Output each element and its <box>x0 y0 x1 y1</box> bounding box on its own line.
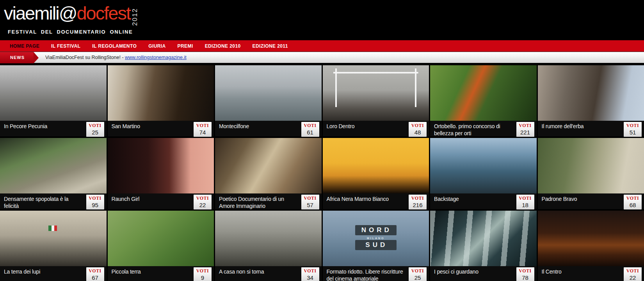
voti-label: VOTI <box>624 123 642 129</box>
card-thumbnail[interactable] <box>430 65 537 121</box>
card-caption: Piccola terra VOTI 9 <box>108 266 214 281</box>
video-card[interactable]: Densamente spopolata è la felicità VOTI … <box>0 138 107 209</box>
nav-item-edizione-2011[interactable]: EDIZIONE 2011 <box>247 43 294 49</box>
card-caption: La terra dei lupi VOTI 67 <box>0 266 107 281</box>
card-caption: Il rumore dell'erba VOTI 51 <box>538 121 644 136</box>
card-title[interactable]: La terra dei lupi <box>4 268 40 275</box>
card-title[interactable]: Densamente spopolata è la felicità <box>4 196 68 209</box>
card-caption: I pesci ci guardano VOTI 78 <box>430 266 537 281</box>
logo-text-white: viaemili@ <box>4 3 76 23</box>
voti-label: VOTI <box>624 195 642 201</box>
video-card[interactable]: A casa non si torna VOTI 34 <box>215 211 322 281</box>
card-caption: A casa non si torna VOTI 34 <box>215 266 322 281</box>
voti-count: 216 <box>409 202 427 208</box>
card-thumbnail[interactable]: NORDMILANOSUD <box>323 211 429 266</box>
nav-item-il-festival[interactable]: IL FESTIVAL <box>45 43 86 49</box>
voti-label: VOTI <box>194 195 212 201</box>
card-thumbnail[interactable] <box>215 211 322 266</box>
video-card[interactable]: Il rumore dell'erba VOTI 51 <box>538 65 644 136</box>
card-thumbnail[interactable] <box>430 138 537 193</box>
nav-item-giuria[interactable]: GIURIA <box>142 43 171 49</box>
voti-badge: VOTI 34 <box>301 267 319 281</box>
card-title[interactable]: Piccola terra <box>112 268 141 275</box>
video-grid: In Pecore Pecunia VOTI 25 San Martino VO… <box>0 65 644 281</box>
card-title[interactable]: Padrone Bravo <box>542 196 577 202</box>
logo-text-red: docfest <box>76 3 130 23</box>
card-title[interactable]: Il Centro <box>542 268 562 275</box>
card-title[interactable]: A casa non si torna <box>219 268 264 275</box>
voti-count: 9 <box>194 274 212 281</box>
card-thumbnail[interactable] <box>538 211 644 266</box>
voti-count: 25 <box>409 274 427 281</box>
video-card[interactable]: Loro Dentro VOTI 48 <box>323 65 429 136</box>
voti-count: 18 <box>516 202 534 208</box>
video-card[interactable]: Backstage VOTI 18 <box>430 138 537 209</box>
nav-item-premi[interactable]: PREMI <box>172 43 199 49</box>
voti-badge: VOTI 67 <box>86 267 104 281</box>
card-title[interactable]: Africa Nera Marmo Bianco <box>327 196 389 202</box>
card-title[interactable]: I pesci ci guardano <box>434 268 479 275</box>
video-card[interactable]: Raunch Girl VOTI 22 <box>108 138 214 209</box>
voti-count: 25 <box>86 129 104 136</box>
nav-item-edizione-2010[interactable]: EDIZIONE 2010 <box>199 43 247 49</box>
voti-badge: VOTI 18 <box>516 195 534 209</box>
card-thumbnail[interactable] <box>538 138 644 193</box>
voti-label: VOTI <box>86 268 104 274</box>
card-thumbnail[interactable] <box>323 138 429 193</box>
video-card[interactable]: NORDMILANOSUD Formato ridotto. Libere ri… <box>323 211 429 281</box>
video-card[interactable]: Ortobello. primo concorso di bellezza pe… <box>430 65 537 136</box>
card-title[interactable]: Poetico Documentario di un Amore Immagin… <box>219 196 284 209</box>
card-title[interactable]: Montecilfone <box>219 123 249 129</box>
voti-label: VOTI <box>409 195 427 201</box>
news-bar: NEWS ViaEmiliaDocFest su RollingStone! -… <box>0 52 644 63</box>
card-thumbnail[interactable] <box>215 65 322 121</box>
nav-item-il-regolamento[interactable]: IL REGOLAMENTO <box>86 43 142 49</box>
card-thumbnail[interactable] <box>108 138 214 193</box>
voti-badge: VOTI 78 <box>516 267 534 281</box>
card-title[interactable]: Backstage <box>434 196 459 202</box>
site-logo[interactable]: viaemili@docfest 2012 <box>4 4 644 26</box>
video-card[interactable]: Africa Nera Marmo Bianco VOTI 216 <box>323 138 429 209</box>
site-tagline: FESTIVAL DEL DOCUMENTARIO ONLINE <box>8 29 644 35</box>
card-thumbnail[interactable] <box>0 65 107 121</box>
video-card[interactable]: Piccola terra VOTI 9 <box>108 211 214 281</box>
video-card[interactable]: Poetico Documentario di un Amore Immagin… <box>215 138 322 209</box>
video-card[interactable]: I pesci ci guardano VOTI 78 <box>430 211 537 281</box>
voti-badge: VOTI 61 <box>301 122 319 137</box>
voti-label: VOTI <box>86 123 104 129</box>
voti-badge: VOTI 51 <box>624 122 642 137</box>
card-title[interactable]: Ortobello. primo concorso di bellezza pe… <box>434 123 500 136</box>
news-link[interactable]: www.rollingstonemagazine.it <box>125 55 187 60</box>
card-title[interactable]: Loro Dentro <box>327 123 355 129</box>
video-card[interactable]: In Pecore Pecunia VOTI 25 <box>0 65 107 136</box>
voti-badge: VOTI 216 <box>409 195 427 209</box>
card-thumbnail[interactable] <box>538 65 644 121</box>
card-thumbnail[interactable] <box>323 65 429 121</box>
voti-label: VOTI <box>194 268 212 274</box>
card-thumbnail[interactable] <box>430 211 537 266</box>
video-card[interactable]: San Martino VOTI 74 <box>108 65 214 136</box>
card-thumbnail[interactable] <box>215 138 322 193</box>
voti-label: VOTI <box>86 195 104 201</box>
card-thumbnail[interactable] <box>108 65 214 121</box>
video-card[interactable]: Il Centro VOTI 22 <box>538 211 644 281</box>
news-message: ViaEmiliaDocFest su RollingStone! - <box>45 55 125 60</box>
voti-badge: VOTI 57 <box>301 195 319 209</box>
card-caption: Backstage VOTI 18 <box>430 193 537 209</box>
card-caption: Raunch Girl VOTI 22 <box>108 193 214 209</box>
video-card[interactable]: Montecilfone VOTI 61 <box>215 65 322 136</box>
card-title[interactable]: Il rumore dell'erba <box>542 123 584 129</box>
voti-label: VOTI <box>409 123 427 129</box>
voti-label: VOTI <box>624 268 642 274</box>
nav-item-home-page[interactable]: HOME PAGE <box>4 43 45 49</box>
card-thumbnail[interactable] <box>108 211 214 266</box>
card-title[interactable]: In Pecore Pecunia <box>4 123 47 129</box>
card-thumbnail[interactable] <box>0 211 107 266</box>
card-title[interactable]: Raunch Girl <box>112 196 140 202</box>
card-title[interactable]: San Martino <box>112 123 140 129</box>
card-title[interactable]: Formato ridotto. Libere riscritture del … <box>327 268 403 281</box>
card-thumbnail[interactable] <box>0 138 107 193</box>
voti-count: 61 <box>301 129 319 136</box>
video-card[interactable]: Padrone Bravo VOTI 68 <box>538 138 644 209</box>
video-card[interactable]: La terra dei lupi VOTI 67 <box>0 211 107 281</box>
